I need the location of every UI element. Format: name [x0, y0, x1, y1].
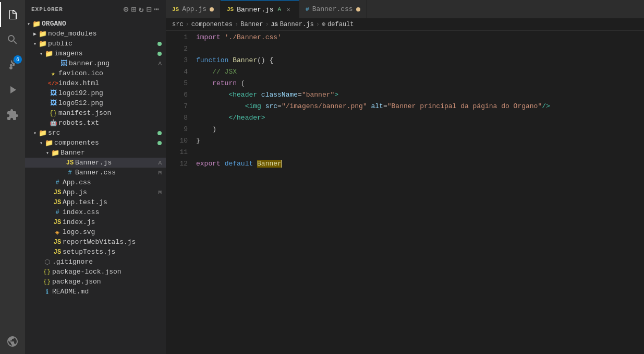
banner-css-icon: # [68, 169, 71, 176]
tab-banner-css-icon: # [306, 6, 309, 13]
token-eq7a: = [277, 102, 282, 110]
src-label: src [48, 128, 157, 137]
sidebar-item-manifest[interactable]: {} manifest.json [25, 108, 166, 118]
sidebar-item-app-test[interactable]: JS App.test.js [25, 197, 166, 207]
robots-icon: 🤖 [50, 119, 57, 127]
manifest-icon: {} [50, 110, 57, 117]
sidebar-item-favicon[interactable]: ★ favicon.ico [25, 68, 166, 78]
sidebar-item-imagens[interactable]: ▾ 📁 imagens [25, 49, 166, 58]
sidebar-item-banner-css[interactable]: # Banner.css M [25, 168, 166, 178]
sidebar-item-banner-png[interactable]: 🖼 banner.png A [25, 58, 166, 68]
sidebar-item-node-modules[interactable]: ▶ 📁 node_modules [25, 29, 166, 39]
sidebar-item-app-css[interactable]: # App.css [25, 178, 166, 187]
new-file-icon[interactable]: ⊕ [124, 4, 129, 15]
code-area[interactable]: import './Banner.css' function Banner() … [192, 31, 644, 354]
code-line-5: return ( [196, 78, 644, 89]
breadcrumb-banner-js[interactable]: Banner.js [280, 21, 314, 28]
sidebar-item-setup-tests[interactable]: JS setupTests.js [25, 247, 166, 257]
tab-app-js-label: App.js [182, 5, 206, 13]
imagens-label: imagens [54, 49, 157, 58]
banner-css-badge: M [158, 170, 162, 176]
refresh-icon[interactable]: ↻ [139, 4, 144, 15]
code-line-7: <img src="/imagens/banner.png" alt="Bann… [196, 101, 644, 112]
tab-banner-js-close[interactable]: ✕ [284, 5, 293, 14]
sidebar-item-gitignore[interactable]: ⬡ .gitignore [25, 257, 166, 267]
token-img-open: <img [245, 102, 261, 110]
token-default: default [225, 160, 253, 168]
setup-tests-icon: JS [54, 249, 61, 256]
tabs-bar: JS App.js JS Banner.js A ✕ # Banner.css [166, 0, 644, 18]
sidebar-item-banner-js[interactable]: JS Banner.js A [25, 158, 166, 168]
imagens-badge [157, 52, 162, 56]
line-numbers: 1 2 3 4 5 6 7 8 9 10 11 12 [166, 31, 192, 354]
sidebar-item-robots[interactable]: 🤖 robots.txt [25, 118, 166, 128]
sidebar-item-report-web-vitals[interactable]: JS reportWebVitals.js [25, 237, 166, 247]
line-num-8: 8 [166, 112, 188, 124]
banner-js-label: Banner.js [75, 158, 158, 167]
sidebar-item-package-json[interactable]: {} package.json [25, 277, 166, 287]
sidebar-item-logo512[interactable]: 🖼 logo512.png [25, 98, 166, 108]
index-js-label: index.js [63, 218, 166, 227]
search-icon[interactable] [0, 27, 25, 52]
line-num-2: 2 [166, 43, 188, 55]
imagens-chevron: ▾ [40, 51, 43, 57]
token-cursor [282, 160, 282, 168]
sidebar-item-public[interactable]: ▾ 📁 public [25, 39, 166, 49]
token-comment-jsx: // JSX [212, 68, 237, 76]
tab-app-js[interactable]: JS App.js [166, 0, 221, 18]
code-line-3: function Banner() { [196, 55, 644, 66]
root-chevron: ▾ [27, 21, 30, 27]
root-folder[interactable]: ▾ 📁 ORGANO [25, 19, 166, 29]
sidebar-item-index-js[interactable]: JS index.js [25, 217, 166, 227]
breadcrumb-componentes[interactable]: componentes [191, 21, 233, 28]
token-banner-ref: Banner [257, 160, 282, 168]
source-control-icon[interactable]: 6 [0, 52, 25, 77]
breadcrumb-banner[interactable]: Banner [240, 21, 263, 28]
componentes-badge [157, 141, 162, 145]
new-folder-icon[interactable]: ⊞ [131, 4, 137, 15]
run-debug-icon[interactable] [0, 77, 25, 102]
index-css-icon: # [55, 209, 59, 216]
tab-banner-css[interactable]: # Banner.css [299, 0, 367, 18]
more-icon[interactable]: ⋯ [154, 4, 160, 15]
componentes-chevron: ▾ [40, 140, 43, 146]
sidebar-item-src[interactable]: ▾ 📁 src [25, 128, 166, 138]
sidebar-item-banner-folder[interactable]: ▾ 📁 Banner [25, 148, 166, 158]
breadcrumb-default[interactable]: default [327, 21, 354, 28]
sidebar-item-componentes[interactable]: ▾ 📁 componentes [25, 138, 166, 148]
breadcrumb: src › componentes › Banner › JS Banner.j… [166, 18, 644, 31]
token-src-attr: src [265, 102, 277, 110]
tab-banner-js[interactable]: JS Banner.js A ✕ [221, 0, 299, 18]
code-line-8: </header> [196, 112, 644, 124]
source-control-badge: 6 [14, 55, 22, 64]
index-js-icon: JS [54, 219, 61, 226]
code-line-6: <header className="banner"> [196, 89, 644, 101]
package-lock-label: package-lock.json [52, 267, 166, 276]
token-function-kw: function [196, 56, 228, 64]
breadcrumb-src[interactable]: src [172, 21, 184, 28]
token-space12b [253, 160, 257, 168]
extensions-icon[interactable] [0, 102, 25, 127]
token-indent4 [196, 68, 212, 76]
sidebar-item-app-js[interactable]: JS App.js M [25, 187, 166, 197]
breadcrumb-sep2: › [235, 21, 238, 28]
sidebar-item-index-css[interactable]: # index.css [25, 207, 166, 217]
banner-js-icon: JS [66, 159, 74, 167]
breadcrumb-sep4: › [316, 21, 320, 28]
public-icon: 📁 [39, 40, 47, 48]
sidebar-item-readme[interactable]: ℹ README.md [25, 287, 166, 297]
sidebar-item-logo-svg[interactable]: ◈ logo.svg [25, 227, 166, 237]
code-line-10: } [196, 135, 644, 147]
sidebar-item-index-html[interactable]: </> index.html [25, 78, 166, 88]
collapse-icon[interactable]: ⊟ [147, 4, 152, 15]
remote-icon[interactable] [0, 329, 25, 354]
token-parens: () { [257, 56, 273, 64]
code-line-9: ) [196, 124, 644, 135]
app-css-icon: # [55, 179, 59, 186]
code-line-2 [196, 43, 644, 55]
files-icon[interactable] [0, 2, 25, 27]
token-str-banner-css: './Banner.css' [225, 33, 282, 41]
favicon-label: favicon.ico [58, 69, 166, 78]
sidebar-item-package-lock[interactable]: {} package-lock.json [25, 267, 166, 277]
sidebar-item-logo192[interactable]: 🖼 logo192.png [25, 88, 166, 98]
